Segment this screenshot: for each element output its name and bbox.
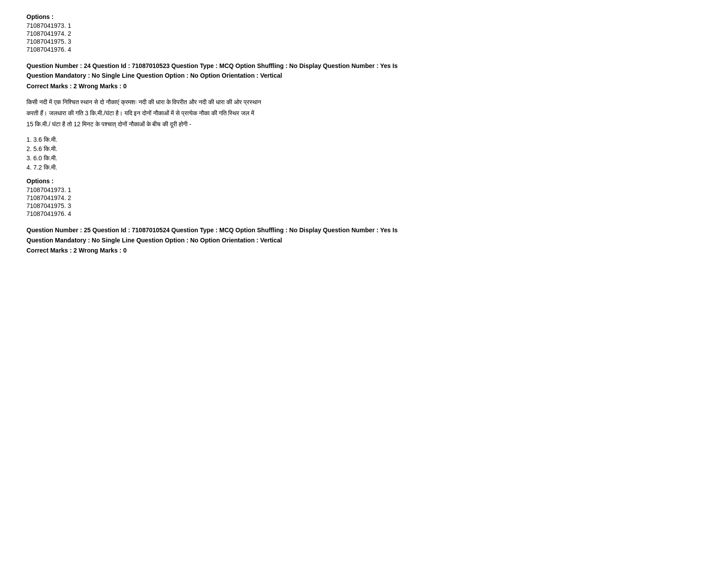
question-24-meta-line1: Question Number : 24 Question Id : 71087… xyxy=(26,61,702,71)
question-24-answer-option-3-text: 6.0 कि.मी. xyxy=(34,155,57,162)
top-options-section: Options : 71087041973. 1 71087041974. 2 … xyxy=(26,13,702,53)
question-24-section: Question Number : 24 Question Id : 71087… xyxy=(26,61,702,217)
question-24-option-3: 71087041975. 3 xyxy=(26,202,702,209)
question-25-section: Question Number : 25 Question Id : 71087… xyxy=(26,225,702,254)
top-options-label: Options : xyxy=(26,13,702,20)
question-24-answer-option-4: 4. 7.2 कि.मी. xyxy=(26,164,702,171)
question-24-answer-option-4-num: 4. xyxy=(26,164,34,171)
question-24-answer-option-1-num: 1. xyxy=(26,136,34,143)
question-24-text-line3: 15 कि.मी./ घंटा है तो 12 मिनट के पश्चात्… xyxy=(26,119,702,130)
question-24-answer-option-3: 3. 6.0 कि.मी. xyxy=(26,155,702,162)
question-24-meta: Question Number : 24 Question Id : 71087… xyxy=(26,61,702,81)
top-option-4: 71087041976. 4 xyxy=(26,46,702,53)
top-option-3: 71087041975. 3 xyxy=(26,38,702,45)
question-24-option-4: 71087041976. 4 xyxy=(26,210,702,217)
question-24-text-line1: किसी नदी में एक निश्चित स्थान से दो नौका… xyxy=(26,97,702,108)
question-24-answer-option-1: 1. 3.6 कि.मी. xyxy=(26,136,702,144)
question-24-answer-option-2-text: 5.6 कि.मी. xyxy=(34,145,57,152)
top-option-2-id: 71087041974. 2 xyxy=(26,30,71,37)
question-24-answer-option-2-num: 2. xyxy=(26,145,34,152)
question-25-meta-line2: Question Mandatory : No Single Line Ques… xyxy=(26,235,702,245)
question-24-option-2: 71087041974. 2 xyxy=(26,194,702,201)
question-24-text-line2: करती हैं। जलधारा की गति 3 कि.मी./घंटा है… xyxy=(26,108,702,119)
question-24-answer-option-1-text: 3.6 कि.मी. xyxy=(34,136,57,143)
top-option-4-id: 71087041976. 4 xyxy=(26,46,71,53)
top-option-2: 71087041974. 2 xyxy=(26,30,702,37)
question-24-options-label: Options : xyxy=(26,178,702,185)
top-option-1: 71087041973. 1 xyxy=(26,22,702,29)
question-24-answer-option-4-text: 7.2 कि.मी. xyxy=(34,164,57,171)
question-25-meta: Question Number : 25 Question Id : 71087… xyxy=(26,225,702,245)
question-24-meta-line2: Question Mandatory : No Single Line Ques… xyxy=(26,71,702,80)
question-24-answer-option-3-num: 3. xyxy=(26,155,34,162)
question-25-marks: Correct Marks : 2 Wrong Marks : 0 xyxy=(26,247,702,254)
question-24-option-1: 71087041973. 1 xyxy=(26,186,702,193)
question-24-answer-option-2: 2. 5.6 कि.मी. xyxy=(26,145,702,153)
question-24-answer-options: 1. 3.6 कि.मी. 2. 5.6 कि.मी. 3. 6.0 कि.मी… xyxy=(26,136,702,171)
top-option-1-id: 71087041973. 1 xyxy=(26,22,71,29)
question-24-marks: Correct Marks : 2 Wrong Marks : 0 xyxy=(26,83,702,90)
top-option-3-id: 71087041975. 3 xyxy=(26,38,71,45)
question-25-meta-line1: Question Number : 25 Question Id : 71087… xyxy=(26,225,702,235)
question-24-text: किसी नदी में एक निश्चित स्थान से दो नौका… xyxy=(26,97,702,130)
